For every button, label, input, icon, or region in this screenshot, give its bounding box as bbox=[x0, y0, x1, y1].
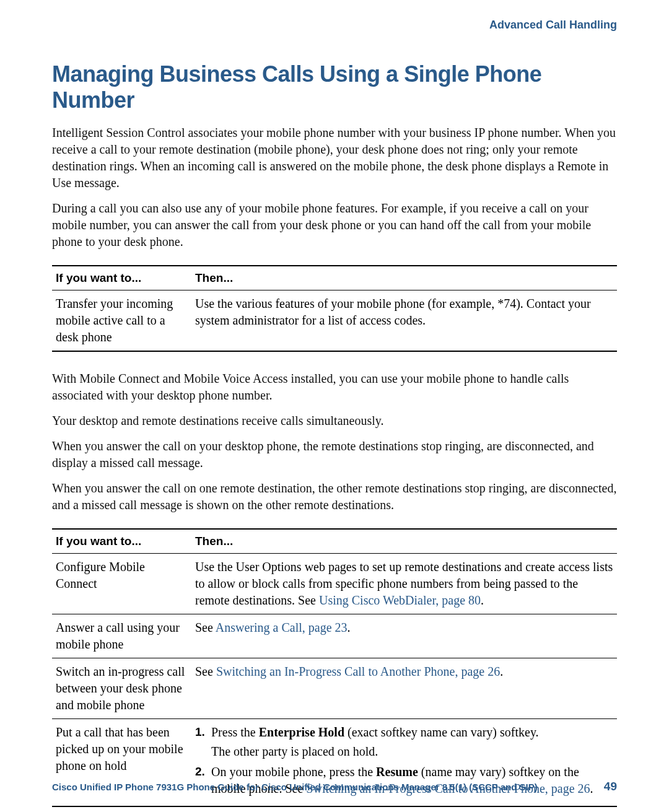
link-answering-call[interactable]: Answering a Call, page 23 bbox=[216, 621, 348, 634]
table-cell-then: Use the various features of your mobile … bbox=[191, 290, 617, 352]
text: . bbox=[348, 621, 351, 634]
text: See bbox=[195, 621, 216, 634]
table-transfer: If you want to... Then... Transfer your … bbox=[52, 265, 617, 352]
paragraph: Your desktop and remote destinations rec… bbox=[52, 413, 617, 429]
table-cell-want: Switch an in-progress call between your … bbox=[52, 658, 191, 719]
table-header: If you want to... bbox=[52, 529, 191, 554]
step-subtext: The other party is placed on hold. bbox=[211, 743, 613, 760]
table-row: Answer a call using your mobile phone Se… bbox=[52, 614, 617, 658]
table-cell-want: Configure Mobile Connect bbox=[52, 554, 191, 614]
table-header: Then... bbox=[191, 529, 617, 554]
table-header: Then... bbox=[191, 266, 617, 290]
table-cell-then: Use the User Options web pages to set up… bbox=[191, 554, 617, 614]
link-switching-call[interactable]: Switching an In-Progress Call to Another… bbox=[216, 665, 500, 678]
softkey-name: Enterprise Hold bbox=[259, 725, 344, 739]
paragraph: With Mobile Connect and Mobile Voice Acc… bbox=[52, 370, 617, 404]
paragraph: Intelligent Session Control associates y… bbox=[52, 124, 617, 191]
text: Press the bbox=[211, 725, 259, 739]
paragraph: When you answer the call on one remote d… bbox=[52, 480, 617, 513]
text: On your mobile phone, press the bbox=[211, 765, 376, 779]
footer-title: Cisco Unified IP Phone 7931G Phone Guide… bbox=[52, 782, 538, 792]
step-number: 1. bbox=[195, 724, 211, 760]
ordered-step: 1. Press the Enterprise Hold (exact soft… bbox=[195, 724, 613, 760]
link-using-webdialer[interactable]: Using Cisco WebDialer, page 80 bbox=[319, 593, 481, 607]
text: . bbox=[481, 593, 484, 607]
table-cell-then: See Switching an In-Progress Call to Ano… bbox=[191, 658, 617, 719]
table-cell-want: Transfer your incoming mobile active cal… bbox=[52, 290, 191, 352]
table-row: Switch an in-progress call between your … bbox=[52, 658, 617, 719]
page-footer: Cisco Unified IP Phone 7931G Phone Guide… bbox=[52, 780, 617, 793]
page-heading: Managing Business Calls Using a Single P… bbox=[52, 61, 617, 113]
table-cell-want: Answer a call using your mobile phone bbox=[52, 614, 191, 658]
table-header: If you want to... bbox=[52, 266, 191, 290]
footer-page-number: 49 bbox=[604, 780, 617, 793]
softkey-name: Resume bbox=[376, 765, 418, 779]
text: . bbox=[500, 665, 503, 678]
section-header: Advanced Call Handling bbox=[52, 19, 617, 32]
table-row: Transfer your incoming mobile active cal… bbox=[52, 290, 617, 352]
text: (exact softkey name can vary) softkey. bbox=[344, 725, 539, 739]
paragraph: During a call you can also use any of yo… bbox=[52, 200, 617, 250]
table-cell-then: See Answering a Call, page 23. bbox=[191, 614, 617, 658]
text: See bbox=[195, 665, 216, 678]
table-row: Configure Mobile Connect Use the User Op… bbox=[52, 554, 617, 614]
table-mobile-connect: If you want to... Then... Configure Mobi… bbox=[52, 528, 617, 807]
paragraph: When you answer the call on your desktop… bbox=[52, 438, 617, 471]
